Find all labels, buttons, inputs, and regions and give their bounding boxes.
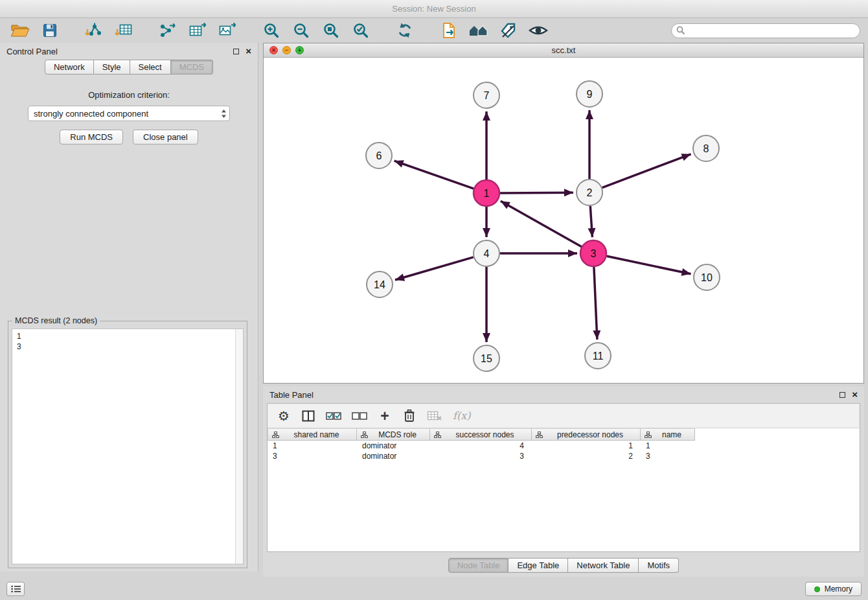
node-4[interactable]: 4 <box>474 240 499 266</box>
column-header-predecessor-nodes[interactable]: predecessor nodes <box>532 428 641 441</box>
gear-icon: ⚙ <box>278 408 290 424</box>
close-panel-icon[interactable]: × <box>246 48 251 54</box>
edge-1-2[interactable] <box>500 192 573 193</box>
save-session-button[interactable] <box>38 20 62 41</box>
annotation-button[interactable] <box>496 20 521 41</box>
run-mcds-button[interactable]: Run MCDS <box>60 130 123 144</box>
node-label: 15 <box>481 353 492 364</box>
plus-icon: + <box>380 410 389 422</box>
tab-network[interactable]: Network <box>45 60 94 75</box>
toolbar-separator <box>378 30 387 31</box>
export-to-web-button[interactable] <box>437 20 461 41</box>
node-10[interactable]: 10 <box>694 264 720 290</box>
mcds-buttons-row: Run MCDS Close panel <box>0 130 258 144</box>
select-all-button[interactable] <box>326 408 341 424</box>
table-cell[interactable]: 1 <box>641 441 695 450</box>
node-8[interactable]: 8 <box>693 135 719 161</box>
node-14[interactable]: 14 <box>367 271 393 297</box>
toolbar-separator <box>422 30 431 31</box>
node-11[interactable]: 11 <box>585 343 611 369</box>
edge-3-11[interactable] <box>594 267 597 340</box>
show-columns-button[interactable] <box>301 408 315 424</box>
column-header-successor-nodes[interactable]: successor nodes <box>430 428 532 441</box>
table-settings-button[interactable]: ⚙ <box>277 408 291 424</box>
node-9[interactable]: 9 <box>577 81 602 107</box>
table-row[interactable]: 1dominator411 <box>268 441 860 451</box>
function-builder-button[interactable]: f(x) <box>453 408 470 424</box>
show-panel-list-button[interactable] <box>6 582 25 596</box>
table-cell[interactable]: 4 <box>430 441 532 450</box>
tab-network-table[interactable]: Network Table <box>568 558 639 573</box>
edge-3-1[interactable] <box>501 201 582 246</box>
table-row[interactable]: 3dominator323 <box>268 451 860 461</box>
zoom-fit-button[interactable] <box>319 20 343 41</box>
zoom-in-icon <box>263 22 280 39</box>
node-1[interactable]: 1 <box>474 180 499 206</box>
export-table-button[interactable] <box>185 20 210 41</box>
zoom-out-icon <box>293 22 310 39</box>
tab-mcds[interactable]: MCDS <box>171 60 213 75</box>
node-6[interactable]: 6 <box>366 143 392 168</box>
show-details-button[interactable] <box>526 20 551 41</box>
zoom-out-button[interactable] <box>289 20 314 41</box>
table-cell[interactable]: 2 <box>532 452 641 461</box>
column-header-name[interactable]: name <box>641 428 695 441</box>
network-window-titlebar[interactable]: × − + scc.txt <box>264 43 863 58</box>
import-network-button[interactable] <box>82 20 106 41</box>
float-table-panel-icon[interactable] <box>839 392 845 398</box>
refresh-button[interactable] <box>393 20 417 41</box>
search-input[interactable] <box>671 23 860 38</box>
tab-node-table[interactable]: Node Table <box>448 558 509 573</box>
table-cell[interactable]: dominator <box>357 452 430 461</box>
table-cell[interactable]: 1 <box>268 441 357 450</box>
home-button[interactable] <box>466 20 491 41</box>
table-cell[interactable]: 1 <box>532 441 641 450</box>
delete-table-button[interactable] <box>427 408 442 424</box>
tab-edge-table[interactable]: Edge Table <box>508 558 568 573</box>
table-cell[interactable]: 3 <box>641 452 695 461</box>
table-cell[interactable]: 3 <box>430 452 532 461</box>
mcds-result-area[interactable]: 1 3 <box>12 329 244 564</box>
deselect-all-icon <box>352 411 367 421</box>
open-file-button[interactable] <box>8 20 32 41</box>
node-7[interactable]: 7 <box>474 82 499 108</box>
result-scrollbar[interactable] <box>235 329 243 564</box>
edge-1-6[interactable] <box>394 161 474 189</box>
table-cell[interactable]: dominator <box>357 441 430 450</box>
window-title: Session: New Session <box>392 4 475 14</box>
memory-button[interactable]: Memory <box>805 582 862 596</box>
node-15[interactable]: 15 <box>474 345 499 371</box>
export-network-icon <box>159 22 177 39</box>
graph-svg[interactable]: 7968124314101511 <box>264 58 863 383</box>
node-3[interactable]: 3 <box>580 240 606 266</box>
node-2[interactable]: 2 <box>577 179 602 205</box>
column-header-MCDS-role[interactable]: MCDS role <box>357 428 430 441</box>
minimize-window-button[interactable]: − <box>282 46 291 54</box>
zoom-window-button[interactable]: + <box>295 46 304 54</box>
float-panel-icon[interactable] <box>233 49 239 54</box>
add-row-button[interactable]: + <box>378 408 392 424</box>
edge-4-14[interactable] <box>395 257 474 280</box>
column-type-icon <box>272 432 279 438</box>
table-cell[interactable]: 3 <box>268 452 357 461</box>
edge-2-8[interactable] <box>602 154 691 188</box>
tab-motifs[interactable]: Motifs <box>639 558 679 573</box>
close-window-button[interactable]: × <box>269 46 278 54</box>
delete-table-icon <box>427 410 442 422</box>
zoom-in-button[interactable] <box>259 20 284 41</box>
network-window-title: scc.txt <box>552 45 576 55</box>
export-network-button[interactable] <box>155 20 180 41</box>
delete-row-button[interactable] <box>402 408 417 424</box>
export-image-button[interactable] <box>215 20 240 41</box>
edge-2-3[interactable] <box>590 206 592 237</box>
close-table-panel-icon[interactable]: × <box>852 391 858 398</box>
close-panel-button[interactable]: Close panel <box>133 130 198 144</box>
column-header-shared-name[interactable]: shared name <box>268 428 357 441</box>
import-table-button[interactable] <box>111 20 136 41</box>
zoom-selected-button[interactable] <box>348 20 373 41</box>
tab-select[interactable]: Select <box>130 60 171 75</box>
deselect-all-button[interactable] <box>352 408 367 424</box>
edge-3-10[interactable] <box>607 256 691 274</box>
criterion-dropdown[interactable]: strongly connected component <box>28 106 230 121</box>
tab-style[interactable]: Style <box>94 60 130 75</box>
